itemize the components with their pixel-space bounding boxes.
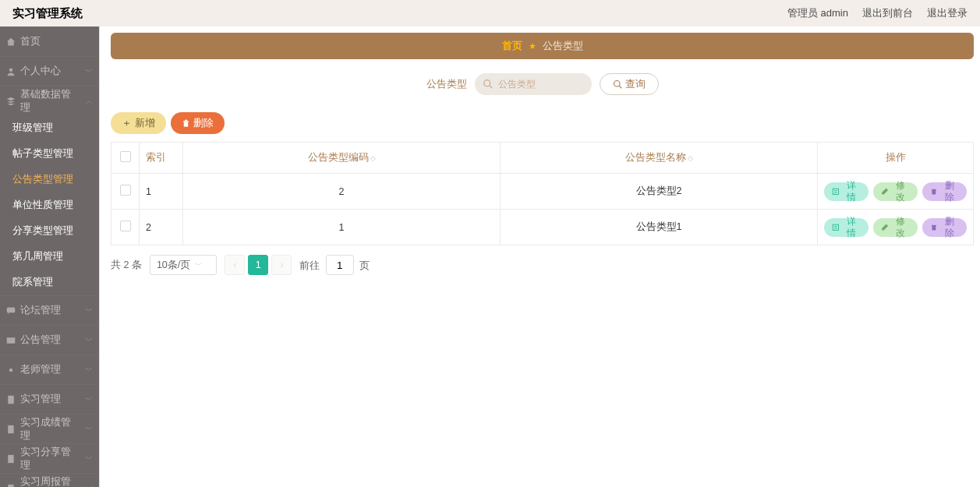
- svg-rect-7: [8, 484, 13, 487]
- header-right: 管理员 admin 退出到前台 退出登录: [787, 6, 968, 20]
- sidebar-item-notice[interactable]: 公告管理 ﹀: [0, 325, 99, 355]
- row-checkbox[interactable]: [120, 185, 131, 196]
- chevron-down-icon: ﹀: [85, 424, 93, 435]
- svg-rect-6: [8, 454, 13, 462]
- breadcrumb-home[interactable]: 首页: [502, 40, 522, 53]
- search-icon: [613, 79, 622, 89]
- col-op: 操作: [818, 143, 974, 174]
- cell-index: 2: [140, 210, 183, 245]
- svg-rect-10: [184, 122, 189, 126]
- gear-icon: [6, 365, 16, 375]
- prev-page-button[interactable]: ‹: [225, 255, 245, 275]
- page-button-1[interactable]: 1: [248, 255, 268, 275]
- query-button[interactable]: 查询: [600, 73, 659, 95]
- row-checkbox[interactable]: [120, 221, 131, 231]
- mail-icon: [6, 336, 16, 345]
- search-label: 公告类型: [426, 77, 467, 91]
- trash-icon: [930, 188, 938, 196]
- doc-icon: [6, 425, 16, 434]
- sidebar-sub-dept[interactable]: 院系管理: [0, 270, 99, 295]
- sidebar-sub-unittype[interactable]: 单位性质管理: [0, 192, 99, 218]
- select-all-checkbox[interactable]: [120, 151, 131, 162]
- table-row: 2 1 公告类型1 详情 修改 删除: [111, 210, 974, 245]
- sidebar-label: 首页: [20, 35, 41, 48]
- admin-label[interactable]: 管理员 admin: [787, 6, 848, 20]
- sidebar-item-intern-weekly[interactable]: 实习周报管理 ﹀: [0, 473, 99, 487]
- col-name[interactable]: 公告类型名称◇: [501, 143, 818, 174]
- add-button[interactable]: ＋ 新增: [111, 112, 166, 134]
- sidebar-label: 实习成绩管理: [20, 416, 80, 443]
- sidebar-label: 公告管理: [20, 333, 61, 347]
- query-label: 查询: [625, 78, 646, 91]
- trash-icon: [930, 224, 938, 231]
- detail-button[interactable]: 详情: [824, 218, 869, 237]
- logout-link[interactable]: 退出登录: [927, 6, 968, 20]
- delete-label: 删除: [193, 117, 214, 130]
- sidebar-sub-posttype[interactable]: 帖子类型管理: [0, 141, 99, 167]
- to-front-link[interactable]: 退出到前台: [862, 6, 913, 20]
- jump-input[interactable]: [326, 255, 354, 275]
- svg-rect-5: [8, 425, 13, 432]
- sidebar-item-teacher[interactable]: 老师管理 ﹀: [0, 355, 99, 384]
- svg-rect-12: [185, 119, 187, 120]
- delete-button[interactable]: 删除: [171, 112, 225, 134]
- detail-button[interactable]: 详情: [824, 182, 869, 201]
- op-group: 详情 修改 删除: [824, 218, 967, 237]
- sidebar-item-personal[interactable]: 个人中心 ﹀: [0, 56, 99, 86]
- per-page-select[interactable]: 10条/页 ﹀: [150, 255, 217, 275]
- doc-icon: [6, 395, 16, 404]
- sidebar-item-intern-score[interactable]: 实习成绩管理 ﹀: [0, 414, 99, 443]
- star-icon: ★: [529, 41, 536, 51]
- sidebar-sub-sharetype[interactable]: 分享类型管理: [0, 218, 99, 244]
- chevron-left-icon: ‹: [233, 259, 236, 270]
- svg-rect-18: [932, 225, 936, 226]
- svg-point-9: [614, 81, 620, 87]
- row-delete-button[interactable]: 删除: [922, 218, 967, 237]
- svg-rect-15: [932, 189, 936, 190]
- pagination: 共 2 条 10条/页 ﹀ ‹ 1 › 前往 页: [111, 255, 974, 275]
- edit-button[interactable]: 修改: [873, 218, 918, 237]
- sidebar-item-basedata[interactable]: 基础数据管理 ︿: [0, 86, 99, 115]
- doc-icon: [6, 484, 16, 488]
- top-header: 实习管理系统 管理员 admin 退出到前台 退出登录: [0, 0, 980, 26]
- sidebar-label: 论坛管理: [20, 304, 61, 317]
- col-code[interactable]: 公告类型编码◇: [183, 143, 501, 174]
- action-row: ＋ 新增 删除: [111, 112, 974, 134]
- sidebar-item-home[interactable]: 首页: [0, 26, 99, 56]
- cell-index: 1: [140, 174, 183, 210]
- chevron-down-icon: ﹀: [85, 394, 93, 405]
- col-name-label: 公告类型名称: [625, 152, 686, 163]
- col-index: 索引: [140, 143, 183, 174]
- row-delete-button[interactable]: 删除: [922, 182, 967, 201]
- app-title: 实习管理系统: [12, 6, 83, 21]
- edit-button[interactable]: 修改: [873, 182, 918, 201]
- svg-point-8: [483, 80, 490, 86]
- chevron-down-icon: ﹀: [195, 260, 202, 270]
- sidebar-item-intern-share[interactable]: 实习分享管理 ﹀: [0, 443, 99, 473]
- sidebar-sub-noticetype[interactable]: 公告类型管理: [0, 167, 99, 192]
- breadcrumb: 首页 ★ 公告类型: [111, 33, 974, 59]
- svg-rect-17: [932, 226, 936, 230]
- sidebar-label: 基础数据管理: [20, 88, 80, 115]
- sidebar-sub-week[interactable]: 第几周管理: [0, 244, 99, 270]
- cell-name: 公告类型1: [501, 210, 818, 245]
- search-input-wrapper: [475, 73, 592, 95]
- svg-point-0: [9, 68, 13, 72]
- data-table: 索引 公告类型编码◇ 公告类型名称◇ 操作 1 2 公告类型2 详情 修改: [111, 142, 974, 245]
- chevron-down-icon: ﹀: [85, 66, 93, 77]
- svg-rect-11: [183, 121, 189, 122]
- per-page-value: 10条/页: [157, 259, 190, 272]
- chevron-down-icon: ﹀: [85, 335, 93, 346]
- jump-suffix: 页: [359, 260, 370, 271]
- chevron-up-icon: ︿: [85, 96, 93, 107]
- sidebar-label: 实习管理: [20, 393, 61, 406]
- sort-icon: ◇: [688, 154, 693, 162]
- plus-icon: ＋: [122, 117, 132, 130]
- next-page-button[interactable]: ›: [271, 255, 292, 275]
- sort-icon: ◇: [370, 154, 376, 162]
- cell-code: 2: [183, 174, 501, 210]
- sidebar-item-intern[interactable]: 实习管理 ﹀: [0, 384, 99, 414]
- svg-rect-1: [7, 307, 16, 312]
- sidebar-sub-class[interactable]: 班级管理: [0, 115, 99, 141]
- sidebar-item-forum[interactable]: 论坛管理 ﹀: [0, 295, 99, 325]
